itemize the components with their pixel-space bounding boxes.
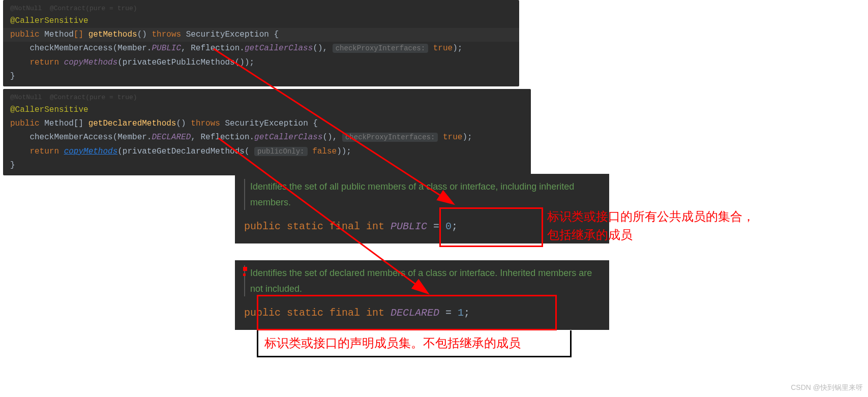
- annotation-line: @CallerSensitive: [3, 103, 531, 117]
- const-declared: DECLARED: [152, 133, 191, 142]
- field-name: PUBLIC: [391, 221, 427, 232]
- return-line: return copyMethods(privateGetPublicMetho…: [3, 56, 519, 70]
- annotation: @CallerSensitive: [10, 105, 88, 114]
- method-name: getMethods: [88, 30, 137, 39]
- close-brace: }: [3, 70, 519, 83]
- annotation-text-declared: 标识类或接口的声明成员集。不包括继承的成员: [264, 334, 521, 352]
- close-brace: }: [3, 159, 531, 172]
- method-name: getDeclaredMethods: [88, 119, 176, 128]
- code-block-getdeclaredmethods: @NotNull @Contract(pure = true) @CallerS…: [3, 89, 531, 175]
- faded-annot: @NotNull @Contract(pure = true): [3, 92, 531, 103]
- field-declaration: public static final int DECLARED = 1;: [244, 301, 600, 325]
- javadoc-comment: Identifies the set of declared members o…: [244, 265, 600, 296]
- field-declaration: public static final int PUBLIC = 0;: [244, 215, 600, 238]
- faded-annot: @NotNull @Contract(pure = true): [3, 3, 519, 14]
- annotation-line: @CallerSensitive: [3, 14, 519, 28]
- copy-methods-link[interactable]: copyMethods: [64, 147, 118, 156]
- annotation-text-public: 标识类或接口的所有公共成员的集合， 包括继承的成员: [547, 207, 755, 244]
- javadoc-comment: Identifies the set of all public members…: [244, 179, 600, 210]
- check-member-line: checkMemberAccess(Member.DECLARED, Refle…: [3, 131, 531, 144]
- check-member-line: checkMemberAccess(Member.PUBLIC, Reflect…: [3, 42, 519, 55]
- method-signature: public Method[] getMethods() throws Secu…: [3, 28, 519, 42]
- const-public: PUBLIC: [152, 44, 181, 53]
- param-hint: checkProxyInterfaces:: [342, 133, 438, 142]
- doc-block-declared: Identifies the set of declared members o…: [235, 260, 609, 330]
- field-name: DECLARED: [391, 307, 439, 319]
- annotation: @CallerSensitive: [10, 16, 88, 25]
- method-signature: public Method[] getDeclaredMethods() thr…: [3, 117, 531, 131]
- code-block-getmethods: @NotNull @Contract(pure = true) @CallerS…: [3, 0, 519, 86]
- red-dot: [243, 267, 247, 271]
- param-hint: checkProxyInterfaces:: [333, 44, 428, 53]
- watermark: CSDN @快到锅里来呀: [791, 382, 863, 394]
- return-line: return copyMethods(privateGetDeclaredMet…: [3, 145, 531, 159]
- red-dot: [243, 273, 246, 276]
- param-hint: publicOnly:: [254, 147, 307, 156]
